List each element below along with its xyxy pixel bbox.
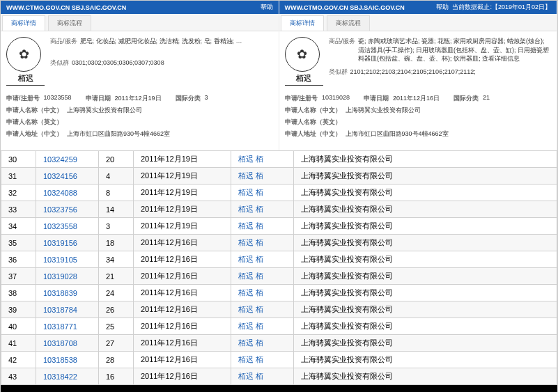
- intl-class: 18: [99, 235, 134, 251]
- reg-number[interactable]: 10318839: [36, 285, 99, 301]
- container: WWW.CTMO.GOV.CN SBJ.SAIC.GOV.CN 帮助 商标详情 …: [0, 0, 558, 392]
- lbl-goods: 商品/服务: [50, 37, 77, 46]
- lbl-regno: 申请/注册号: [6, 94, 40, 103]
- reg-number[interactable]: 10319028: [36, 268, 99, 285]
- table-row[interactable]: 341032355832011年12月19日栢迟 栢上海骋翼实业投资有限公司: [1, 218, 557, 235]
- app-date: 2011年12月16日: [134, 368, 231, 385]
- table-row[interactable]: 3810318839242011年12月16日栢迟 栢上海骋翼实业投资有限公司: [1, 285, 557, 301]
- table-row[interactable]: 3910318784262011年12月16日栢迟 栢上海骋翼实业投资有限公司: [1, 301, 557, 318]
- app-date: 2011年12月19日: [134, 201, 231, 218]
- reg-number[interactable]: 10319156: [36, 235, 99, 251]
- applicant: 上海骋翼实业投资有限公司: [294, 368, 557, 385]
- val-regno: 10319028: [322, 94, 350, 103]
- mark-name[interactable]: 栢迟 栢: [231, 268, 294, 285]
- reg-number[interactable]: 10324088: [36, 185, 99, 201]
- table-row[interactable]: 3010324259202011年12月19日栢迟 栢上海骋翼实业投资有限公司: [1, 151, 557, 168]
- row-index: 43: [1, 368, 36, 385]
- applicant: 上海骋翼实业投资有限公司: [294, 235, 557, 251]
- help-link[interactable]: 帮助: [436, 3, 449, 10]
- applicant: 上海骋翼实业投资有限公司: [294, 151, 557, 168]
- row-index: 36: [1, 251, 36, 268]
- header-right-group: 帮助 当前数据截止:【2019年01月02日】: [436, 3, 551, 12]
- mark-name[interactable]: 栢迟 栢: [231, 368, 294, 385]
- reg-number[interactable]: 10324156: [36, 168, 99, 185]
- reg-number[interactable]: 10323558: [36, 218, 99, 235]
- app-date: 2011年12月19日: [134, 185, 231, 201]
- lbl-intlclass: 国际分类: [454, 94, 479, 103]
- reg-number[interactable]: 10319105: [36, 251, 99, 268]
- table-row[interactable]: 3710319028212011年12月16日栢迟 栢上海骋翼实业投资有限公司: [1, 268, 557, 285]
- reg-number[interactable]: 10318538: [36, 352, 99, 368]
- val-addrcn: 上海市虹口区曲阳路930号4幢4662室: [346, 130, 449, 139]
- mark-name[interactable]: 栢迟 栢: [231, 335, 294, 352]
- panel-body-right: ✿ 栢迟 商品/服务瓷; 赤陶或玻璃艺术品; 瓷器; 花瓶; 家用或厨房用容器;…: [279, 31, 557, 91]
- site-url: WWW.CTMO.GOV.CN SBJ.SAIC.GOV.CN: [6, 4, 126, 11]
- intl-class: 25: [99, 318, 134, 335]
- intl-class: 27: [99, 335, 134, 352]
- mark-name[interactable]: 栢迟 栢: [231, 301, 294, 318]
- row-index: 39: [1, 301, 36, 318]
- row-index: 40: [1, 318, 36, 335]
- intl-class: 16: [99, 368, 134, 385]
- reg-number[interactable]: 10323756: [36, 201, 99, 218]
- applicant: 上海骋翼实业投资有限公司: [294, 301, 557, 318]
- lbl-similar: 类似群: [329, 68, 348, 77]
- mark-name[interactable]: 栢迟 栢: [231, 352, 294, 368]
- tab-detail[interactable]: 商标详情: [281, 15, 324, 31]
- row-index: 35: [1, 235, 36, 251]
- row-index: 34: [1, 218, 36, 235]
- table-row[interactable]: 4310318422162011年12月16日栢迟 栢上海骋翼实业投资有限公司: [1, 368, 557, 385]
- tab-process[interactable]: 商标流程: [48, 15, 91, 31]
- info-col-left: 商品/服务肥皂; 化妆品; 减肥用化妆品; 洗洁精; 洗发粉; 皂; 香精油; …: [50, 37, 273, 86]
- tab-detail[interactable]: 商标详情: [2, 15, 45, 31]
- lbl-addrcn: 申请人地址（中文）: [285, 130, 341, 139]
- mark-name[interactable]: 栢迟 栢: [231, 185, 294, 201]
- mark-name[interactable]: 栢迟 栢: [231, 151, 294, 168]
- val-namecn: 上海骋翼实业投资有限公司: [67, 106, 142, 115]
- mark-name[interactable]: 栢迟 栢: [231, 218, 294, 235]
- lbl-nameen: 申请人名称（英文）: [285, 118, 341, 127]
- trademark-name: 栢迟: [6, 73, 45, 86]
- reg-number[interactable]: 10318771: [36, 318, 99, 335]
- mark-name[interactable]: 栢迟 栢: [231, 235, 294, 251]
- intl-class: 14: [99, 201, 134, 218]
- mark-name[interactable]: 栢迟 栢: [231, 251, 294, 268]
- intl-class: 28: [99, 352, 134, 368]
- tab-process[interactable]: 商标流程: [327, 15, 370, 31]
- mark-name[interactable]: 栢迟 栢: [231, 285, 294, 301]
- app-date: 2011年12月16日: [134, 301, 231, 318]
- results-table: 3010324259202011年12月19日栢迟 栢上海骋翼实业投资有限公司3…: [1, 150, 557, 385]
- val-appdate: 2011年12月19日: [115, 94, 162, 103]
- intl-class: 24: [99, 285, 134, 301]
- logo-col: ✿ 栢迟: [6, 37, 45, 86]
- table-row[interactable]: 311032415642011年12月19日栢迟 栢上海骋翼实业投资有限公司: [1, 168, 557, 185]
- mark-name[interactable]: 栢迟 栢: [231, 201, 294, 218]
- applicant: 上海骋翼实业投资有限公司: [294, 352, 557, 368]
- info-col-right: 商品/服务瓷; 赤陶或玻璃艺术品; 瓷器; 花瓶; 家用或厨房用容器; 蜡烛架(…: [329, 37, 552, 86]
- mark-name[interactable]: 栢迟 栢: [231, 168, 294, 185]
- reg-number[interactable]: 10318784: [36, 301, 99, 318]
- table-row[interactable]: 3310323756142011年12月19日栢迟 栢上海骋翼实业投资有限公司: [1, 201, 557, 218]
- applicant: 上海骋翼实业投资有限公司: [294, 285, 557, 301]
- intl-class: 20: [99, 151, 134, 168]
- help-link[interactable]: 帮助: [261, 3, 273, 12]
- header-bar-left: WWW.CTMO.GOV.CN SBJ.SAIC.GOV.CN 帮助: [1, 1, 279, 14]
- applicant: 上海骋翼实业投资有限公司: [294, 185, 557, 201]
- reg-number[interactable]: 10318422: [36, 368, 99, 385]
- table-row[interactable]: 4010318771252011年12月16日栢迟 栢上海骋翼实业投资有限公司: [1, 318, 557, 335]
- table-row[interactable]: 321032408882011年12月19日栢迟 栢上海骋翼实业投资有限公司: [1, 185, 557, 201]
- trademark-name: 栢迟: [285, 73, 323, 86]
- app-date: 2011年12月16日: [134, 352, 231, 368]
- lbl-namecn: 申请人名称（中文）: [285, 106, 341, 115]
- app-date: 2011年12月16日: [134, 268, 231, 285]
- table-row[interactable]: 4110318708272011年12月16日栢迟 栢上海骋翼实业投资有限公司: [1, 335, 557, 352]
- reg-number[interactable]: 10324259: [36, 151, 99, 168]
- val-similar: 0301;0302;0305;0306;0307;0308: [72, 58, 164, 68]
- table-row[interactable]: 4210318538282011年12月16日栢迟 栢上海骋翼实业投资有限公司: [1, 352, 557, 368]
- app-date: 2011年12月16日: [134, 335, 231, 352]
- reg-number[interactable]: 10318708: [36, 335, 99, 352]
- trademark-logo-icon: ✿: [6, 37, 41, 72]
- mark-name[interactable]: 栢迟 栢: [231, 318, 294, 335]
- table-row[interactable]: 3610319105342011年12月16日栢迟 栢上海骋翼实业投资有限公司: [1, 251, 557, 268]
- table-row[interactable]: 3510319156182011年12月16日栢迟 栢上海骋翼实业投资有限公司: [1, 235, 557, 251]
